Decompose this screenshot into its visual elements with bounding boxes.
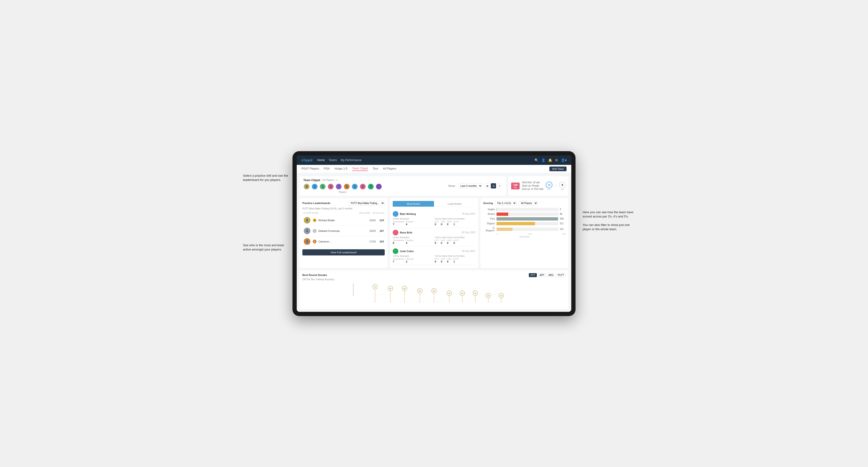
person-icon[interactable]: 👤 [541,158,545,162]
bell-icon[interactable]: 🔔 [548,158,552,162]
bar-fill [497,222,535,225]
score-num-2: 0 yds [559,182,566,190]
total-rounds-label: Total Rounds [393,218,433,220]
grid-view-icon[interactable]: ⊞ [485,183,490,188]
player-header-2: Rees Britt 02 Sep 2023 [393,230,475,236]
avatar[interactable]: 👤 [335,183,342,190]
svg-text:Fairway Accuracy: Fairway Accuracy [352,283,354,296]
btn-app[interactable]: APP [538,273,546,277]
nav-teams[interactable]: Teams [329,158,337,162]
total-rounds-group: Total Rounds Tournament7 Practice2 [393,255,433,263]
leaderboard-title: Practice Leaderboards [302,201,331,205]
settings-icon[interactable]: ⚙ [555,158,558,162]
subnav-all-players[interactable]: All Players [383,167,396,171]
nav-my-performance[interactable]: My Performance [341,158,362,162]
score-numbers: 16 yds — 0 yds [546,182,566,190]
streaks-header: Best Round Streaks OTT APP ARG PUTT [302,273,566,277]
avatar[interactable]: 👤 [311,183,318,190]
navbar-right: 🔍 👤 🔔 ⚙ 👤▾ [534,158,566,162]
avatar[interactable]: 👤 [360,183,366,190]
bar-label: D. Bogeys+ [483,227,495,232]
leaderboard-header: Practice Leaderboards PUTT Must Make Put… [302,201,385,206]
avatar[interactable]: 👤 [375,183,382,190]
bar-value: 96 [560,213,566,215]
player-date: 02 Sep 2023 [462,231,475,234]
team-header-card: Team Clippd | 14 Players ✏ 👤 👤 👤 👤 [300,176,506,196]
streak-chart: Fairway Accuracy 7x [302,283,566,306]
player-activity-3: Josh Coles 26 Aug 2023 Total Rounds Tour… [393,247,475,265]
subnav-pgat[interactable]: PGAT Players [302,167,319,171]
practice-row: OTT 0 APP 0 ARG [435,220,475,226]
player-name: Blair McHarg [400,213,416,215]
btn-putt[interactable]: PUTT [556,273,566,277]
tab-most-active[interactable]: Most Active [393,201,434,207]
filter-icon[interactable]: ⊧ [497,183,502,188]
player-name-row: Josh Coles [393,248,414,254]
player-header-3: Josh Coles 26 Aug 2023 [393,248,475,254]
player-header-1: Blair McHarg 26 Aug 2023 [393,211,475,217]
bar-label: Eagles [483,208,495,211]
svg-text:6x: 6x [404,288,405,289]
avatar[interactable]: 👤 [319,183,326,190]
player-avg: 103 [379,240,384,243]
lb-row: 👤 ★ Richard Butler 19/20 110 [302,215,385,226]
main-content: Team Clippd | 14 Players ✏ 👤 👤 👤 👤 [297,173,571,312]
bar-row-birdies: Birdies 96 [483,213,566,216]
score-info: Shot Dist: 16 yds Start Lie: Rough End L… [522,181,544,191]
bar-track [497,228,558,231]
practice-activities-group: Total Practice Activities OTT0 APP0 ARG0… [435,255,475,263]
show-select[interactable]: Last 3 months Last 6 months Last year [458,184,483,188]
avatar[interactable]: 👤 [328,183,334,190]
bar-value: 131 [560,228,566,230]
avatar[interactable]: 👤 [303,183,310,190]
svg-text:5x: 5x [419,290,421,292]
scoring-title: Scoring [483,201,493,205]
player-score: 19/20 [369,219,376,222]
view-full-leaderboard-button[interactable]: View Full Leaderboard [302,249,385,255]
bar-value: 3 [560,208,566,211]
subnav-team-clippd[interactable]: Team Clippd [352,167,368,171]
player-date: 26 Aug 2023 [462,250,475,252]
avatar[interactable]: 👤 [351,183,358,190]
add-team-button[interactable]: Add Team [549,166,566,171]
bar-row-pars: Pars 499 [483,217,566,220]
total-rounds-group: Total Rounds Tournament 8 Practice [393,236,433,244]
subnav-tour[interactable]: Tour [373,167,378,171]
player-name: Rees Britt [400,231,412,234]
list-view-icon[interactable]: ☰ [491,183,496,188]
nav-home[interactable]: Home [317,158,325,162]
chart-axis: 0 200 400 [483,233,566,235]
btn-arg[interactable]: ARG [547,273,555,277]
bar-label: Birdies [483,213,495,215]
avatar-icon[interactable]: 👤▾ [561,158,566,162]
subnav-hcaps[interactable]: Hcaps 1-5 [335,167,347,171]
view-icons: ⊞ ☰ ⊧ [485,183,502,188]
scoring-filter-par[interactable]: Par 3, 4 & 5s [495,201,517,206]
total-rounds-group: Total Rounds Tournament 7 Practice [393,218,433,226]
drill-select[interactable]: PUTT Must Make Putting... [348,201,385,206]
bar-row-d-bogeys: D. Bogeys+ 131 [483,227,566,232]
svg-text:4x: 4x [461,292,463,294]
bar-label: Pars [483,217,495,220]
scoring-filter-players[interactable]: All Players [519,201,538,206]
team-info: Team Clippd | 14 Players ✏ 👤 👤 👤 👤 [303,179,382,193]
practice-activities-group: Total Practice Activities OTT0 APP0 ARG0… [435,236,475,244]
tab-least-active[interactable]: Least Active [434,201,475,207]
btn-ott[interactable]: OTT [529,273,537,277]
avatar[interactable]: 👤 [368,183,374,190]
page-wrapper: Select a practice drill and see the lead… [292,151,576,316]
tablet-frame: clippd Home Teams My Performance 🔍 👤 🔔 ⚙… [292,151,576,316]
edit-icon[interactable]: ✏ [335,179,338,182]
subnav-pga[interactable]: PGA [324,167,330,171]
player-name-row: Rees Britt [393,230,412,236]
search-icon[interactable]: 🔍 [534,158,538,162]
activity-stats-2: Total Rounds Tournament 8 Practice [393,236,475,244]
navbar-links: Home Teams My Performance [317,158,361,162]
lb-column-headers: PLAYER NAME PB SCORE PB AVG SQ [302,212,385,214]
avatar: 👤 [303,217,311,224]
rank-badge-1: ★ [313,218,316,222]
avatar[interactable]: 👤 [343,183,350,190]
scoring-header: Scoring Par 3, 4 & 5s All Players [483,201,566,206]
bar-fill [497,217,558,220]
leaderboard-card: Practice Leaderboards PUTT Must Make Put… [300,198,388,268]
